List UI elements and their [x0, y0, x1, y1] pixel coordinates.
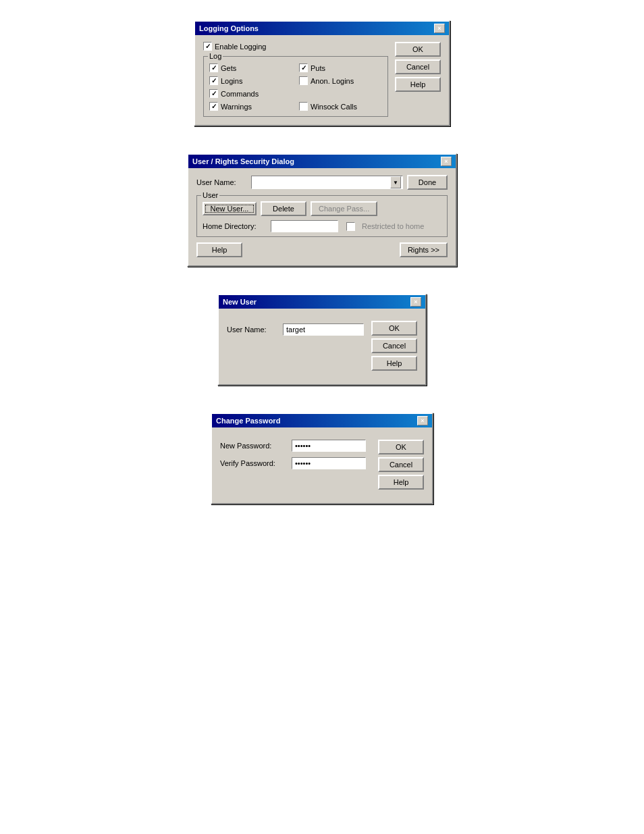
change-password-titlebar: Change Password × [212, 414, 432, 427]
logins-label: Logins [221, 77, 242, 85]
change-password-dialog: Change Password × New Password: Verify P… [211, 413, 433, 504]
new-password-input[interactable] [292, 440, 366, 452]
warnings-checkbox-row: Warnings [209, 102, 292, 111]
changepw-help-button[interactable]: Help [378, 475, 424, 490]
user-group-box: User New User... Delete Change Pass... H… [196, 195, 448, 237]
log-group-box: Log Gets Puts Logins [203, 56, 388, 117]
enable-logging-checkbox[interactable] [203, 42, 212, 51]
logging-close-button[interactable]: × [434, 24, 445, 33]
commands-checkbox-row: Commands [209, 89, 382, 98]
user-rights-titlebar: User / Rights Security Dialog × [188, 155, 456, 168]
new-user-title: New User [223, 298, 257, 306]
user-rights-body: User Name: ▼ Done User New User... Delet… [188, 168, 456, 265]
home-dir-label: Home Directory: [203, 222, 267, 230]
done-button[interactable]: Done [407, 175, 448, 190]
logging-options-title: Logging Options [199, 24, 259, 32]
anon-logins-checkbox[interactable] [299, 76, 308, 85]
new-password-label: New Password: [220, 442, 288, 450]
change-pass-button[interactable]: Change Pass... [311, 201, 377, 216]
new-user-username-label: User Name: [227, 325, 277, 334]
username-dropdown[interactable]: ▼ [251, 176, 403, 189]
log-group-label: Log [208, 52, 223, 60]
new-user-ok-button[interactable]: OK [371, 321, 417, 336]
winsock-calls-checkbox-row: Winsock Calls [299, 102, 382, 111]
logins-checkbox-row: Logins [209, 76, 292, 85]
commands-label: Commands [221, 90, 259, 98]
logging-options-dialog: Logging Options × Enable Logging Log [194, 20, 450, 126]
user-rights-dialog: User / Rights Security Dialog × User Nam… [187, 153, 457, 267]
logging-options-titlebar: Logging Options × [195, 22, 449, 35]
logins-checkbox[interactable] [209, 76, 218, 85]
puts-label: Puts [311, 64, 325, 72]
username-dropdown-arrow[interactable]: ▼ [390, 176, 401, 188]
new-user-dialog: New User × User Name: OK Cancel Help [217, 294, 427, 386]
logging-help-button[interactable]: Help [395, 77, 441, 92]
rights-help-button[interactable]: Help [196, 242, 242, 257]
new-user-help-button[interactable]: Help [371, 356, 417, 371]
new-user-cancel-button[interactable]: Cancel [371, 338, 417, 353]
enable-logging-label: Enable Logging [215, 43, 266, 51]
new-user-button[interactable]: New User... [203, 202, 257, 215]
puts-checkbox-row: Puts [299, 63, 382, 72]
logging-cancel-button[interactable]: Cancel [395, 59, 441, 74]
winsock-calls-checkbox[interactable] [299, 102, 308, 111]
new-user-body: User Name: OK Cancel Help [219, 309, 425, 384]
username-label: User Name: [196, 178, 247, 186]
winsock-calls-label: Winsock Calls [311, 103, 357, 111]
gets-label: Gets [221, 64, 236, 72]
gets-checkbox-row: Gets [209, 63, 292, 72]
user-group-label: User [201, 191, 219, 199]
anon-logins-checkbox-row: Anon. Logins [299, 76, 382, 85]
delete-button[interactable]: Delete [261, 201, 306, 216]
verify-password-input[interactable] [292, 457, 366, 469]
restricted-label: Restricted to home [362, 222, 424, 230]
new-user-username-input[interactable] [283, 323, 364, 336]
commands-checkbox[interactable] [209, 89, 218, 98]
logging-options-body: Enable Logging Log Gets Puts [195, 35, 449, 125]
home-dir-input[interactable] [271, 220, 338, 232]
puts-checkbox[interactable] [299, 63, 308, 72]
verify-password-label: Verify Password: [220, 459, 288, 467]
new-user-titlebar: New User × [219, 295, 425, 309]
warnings-checkbox[interactable] [209, 102, 218, 111]
anon-logins-label: Anon. Logins [311, 77, 354, 85]
warnings-label: Warnings [221, 103, 252, 111]
change-password-body: New Password: Verify Password: OK Cancel… [212, 427, 432, 503]
change-password-title: Change Password [216, 417, 280, 425]
change-password-close-button[interactable]: × [417, 416, 428, 425]
new-user-close-button[interactable]: × [410, 297, 421, 307]
user-rights-close-button[interactable]: × [441, 157, 452, 166]
gets-checkbox[interactable] [209, 63, 218, 72]
logging-ok-button[interactable]: OK [395, 42, 441, 57]
user-rights-title: User / Rights Security Dialog [192, 157, 294, 165]
changepw-cancel-button[interactable]: Cancel [378, 457, 424, 472]
restricted-checkbox[interactable] [346, 222, 355, 231]
changepw-ok-button[interactable]: OK [378, 440, 424, 454]
rights-button[interactable]: Rights >> [400, 242, 448, 257]
